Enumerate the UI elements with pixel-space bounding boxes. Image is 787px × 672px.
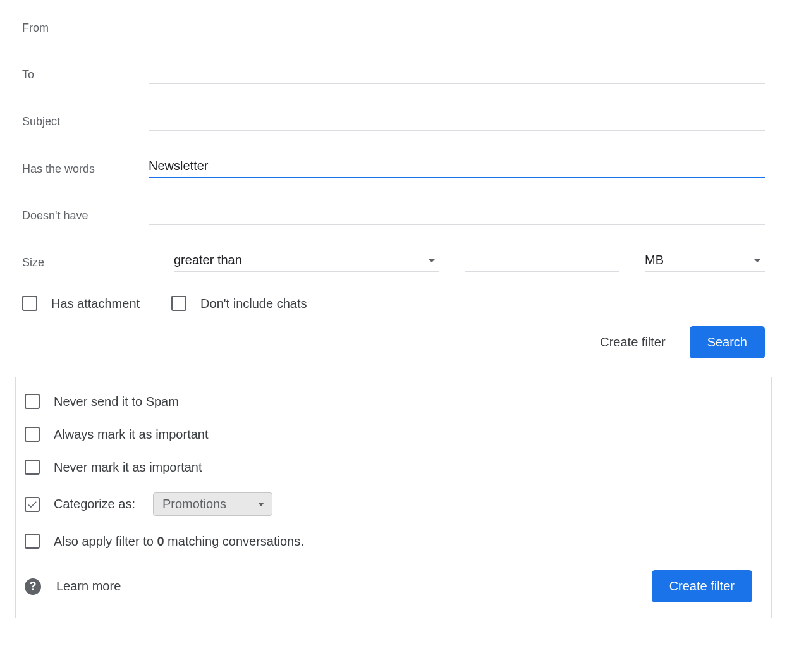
help-icon[interactable]: ? [25,578,41,595]
doesnt-have-row: Doesn't have [22,204,765,225]
size-label: Size [22,256,149,272]
has-words-row: Has the words [22,156,765,178]
checkbox-icon [25,427,40,442]
doesnt-have-input[interactable] [149,204,765,225]
doesnt-have-label: Doesn't have [22,209,149,225]
learn-more-link[interactable]: Learn more [56,579,121,594]
actions-footer: ? Learn more Create filter [25,570,752,602]
checkbox-icon [25,497,40,512]
categorize-select[interactable]: Promotions [153,492,272,516]
from-row: From [22,16,765,37]
also-apply-text: Also apply filter to 0 matching conversa… [54,534,304,549]
from-input[interactable] [149,16,765,37]
subject-label: Subject [22,115,149,131]
checkbox-icon [22,296,37,311]
size-value-input[interactable] [465,250,619,272]
size-unit-select[interactable]: MB [645,250,765,272]
create-filter-link[interactable]: Create filter [595,329,670,356]
action-categorize[interactable]: Categorize as: Promotions [25,484,752,525]
also-apply-suffix: matching conversations. [168,534,304,548]
action-never-spam[interactable]: Never send it to Spam [25,385,752,418]
to-row: To [22,63,765,84]
subject-input[interactable] [149,109,765,131]
footer-left: ? Learn more [25,578,121,595]
to-input[interactable] [149,63,765,84]
has-words-label: Has the words [22,162,149,178]
categorize-selected-value: Promotions [162,497,226,511]
filter-criteria-panel: From To Subject Has the words Doesn't ha… [3,3,784,374]
checkbox-icon [25,394,40,409]
also-apply-prefix: Also apply filter to [54,534,154,548]
size-unit-value: MB [645,253,664,267]
has-words-input[interactable] [149,156,765,178]
create-filter-button[interactable]: Create filter [652,570,752,602]
caret-down-icon [258,503,264,506]
categorize-label: Categorize as: [54,497,135,511]
action-label: Always mark it as important [54,427,209,442]
search-button[interactable]: Search [690,326,765,358]
checkbox-icon [171,296,186,311]
caret-down-icon [753,259,761,262]
has-attachment-checkbox-item[interactable]: Has attachment [22,296,140,311]
size-row: Size greater than MB [22,250,765,272]
caret-down-icon [428,259,436,262]
criteria-button-row: Create filter Search [22,326,765,358]
action-label: Never mark it as important [54,460,202,475]
action-label: Never send it to Spam [54,394,179,409]
has-attachment-label: Has attachment [51,296,140,311]
to-label: To [22,68,149,84]
dont-include-chats-label: Don't include chats [200,296,307,311]
from-label: From [22,21,149,37]
action-always-important[interactable]: Always mark it as important [25,418,752,451]
action-never-important[interactable]: Never mark it as important [25,451,752,484]
subject-row: Subject [22,109,765,131]
checkbox-icon [25,534,40,549]
size-comparator-value: greater than [174,253,242,267]
action-also-apply[interactable]: Also apply filter to 0 matching conversa… [25,525,752,558]
dont-include-chats-checkbox-item[interactable]: Don't include chats [171,296,307,311]
size-comparator-select[interactable]: greater than [174,250,439,272]
criteria-checkbox-row: Has attachment Don't include chats [22,296,765,311]
filter-actions-panel: Never send it to Spam Always mark it as … [15,377,772,618]
checkbox-icon [25,460,40,475]
matching-count: 0 [157,534,164,548]
